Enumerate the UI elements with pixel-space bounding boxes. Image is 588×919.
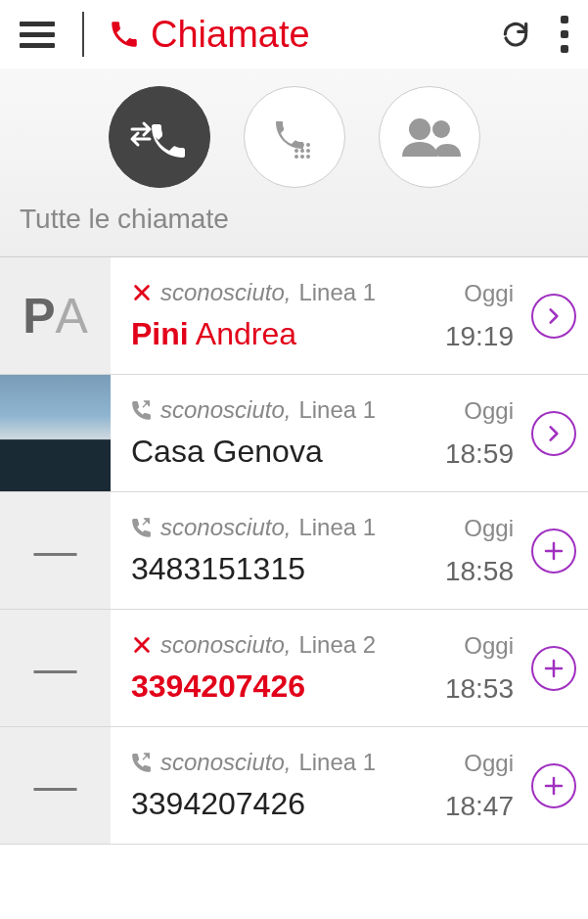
detail-button[interactable] — [531, 294, 576, 339]
caller-name: Pini Andrea — [131, 316, 422, 352]
calls-exchange-icon — [128, 110, 191, 164]
svg-point-8 — [306, 155, 310, 159]
add-contact-button[interactable] — [531, 528, 576, 574]
call-line: Linea 1 — [298, 279, 376, 306]
svg-point-1 — [300, 143, 304, 147]
add-contact-button[interactable] — [531, 763, 576, 808]
plus-icon — [542, 539, 565, 563]
contacts-icon — [396, 110, 463, 164]
call-day: Oggi — [464, 515, 514, 542]
plus-icon — [542, 657, 565, 680]
phone-icon — [108, 18, 141, 51]
call-provider: sconosciuto, — [160, 514, 291, 541]
add-contact-button[interactable] — [531, 646, 576, 691]
avatar-initials: PA — [0, 257, 113, 374]
call-day: Oggi — [464, 397, 514, 425]
caller-name: 3394207426 — [131, 786, 422, 822]
outgoing-call-icon — [131, 752, 153, 773]
tab-dialer[interactable] — [244, 86, 345, 188]
call-time: 18:53 — [445, 673, 514, 705]
call-row[interactable]: PA sconosciuto, Linea 1 Pini Andrea Oggi… — [0, 257, 588, 375]
menu-icon[interactable] — [20, 15, 59, 54]
call-provider: sconosciuto, — [160, 396, 291, 424]
plus-icon — [542, 774, 565, 798]
caller-name: 3394207426 — [131, 668, 422, 705]
call-time: 19:19 — [445, 321, 514, 352]
avatar-unknown: — — [0, 727, 113, 844]
svg-point-4 — [300, 149, 304, 153]
svg-point-0 — [294, 143, 298, 147]
detail-button[interactable] — [531, 411, 576, 456]
chevron-right-icon — [544, 424, 564, 443]
svg-point-3 — [294, 149, 298, 153]
chevron-right-icon — [544, 306, 564, 326]
call-line: Linea 1 — [298, 396, 376, 424]
avatar-unknown: — — [0, 610, 113, 726]
tab-contacts[interactable] — [379, 86, 480, 188]
missed-call-icon — [131, 282, 153, 303]
svg-point-10 — [432, 120, 450, 138]
caller-name: Casa Genova — [131, 434, 422, 470]
call-row[interactable]: sconosciuto, Linea 1 Casa Genova Oggi 18… — [0, 375, 588, 492]
call-row[interactable]: — sconosciuto, Linea 2 3394207426 Oggi 1… — [0, 610, 588, 727]
call-provider: sconosciuto, — [160, 279, 291, 306]
page-title: Chiamate — [151, 14, 500, 56]
call-time: 18:59 — [445, 438, 514, 470]
call-provider: sconosciuto, — [160, 749, 291, 776]
dialer-icon — [267, 110, 322, 164]
call-day: Oggi — [464, 750, 514, 777]
tab-label: Tutte le chiamate — [0, 204, 588, 235]
tab-all-calls[interactable] — [109, 86, 210, 188]
call-line: Linea 2 — [298, 631, 376, 659]
header-divider — [82, 12, 84, 57]
svg-point-6 — [294, 155, 298, 159]
outgoing-call-icon — [131, 399, 153, 421]
call-row[interactable]: — sconosciuto, Linea 1 3394207426 Oggi 1… — [0, 727, 588, 845]
call-line: Linea 1 — [298, 514, 376, 541]
call-day: Oggi — [464, 632, 514, 660]
caller-name: 3483151315 — [131, 551, 422, 587]
call-line: Linea 1 — [298, 749, 376, 776]
app-header: Chiamate — [0, 0, 588, 69]
call-row[interactable]: — sconosciuto, Linea 1 3483151315 Oggi 1… — [0, 492, 588, 610]
avatar-unknown: — — [0, 492, 113, 609]
svg-point-2 — [306, 143, 310, 147]
call-day: Oggi — [464, 280, 514, 307]
avatar-photo — [0, 375, 113, 491]
svg-point-7 — [300, 155, 304, 159]
svg-point-9 — [409, 118, 430, 140]
filter-tabs: Tutte le chiamate — [0, 69, 588, 257]
call-list: PA sconosciuto, Linea 1 Pini Andrea Oggi… — [0, 257, 588, 845]
svg-point-5 — [306, 149, 310, 153]
call-provider: sconosciuto, — [160, 631, 291, 659]
outgoing-call-icon — [131, 517, 153, 538]
more-icon[interactable] — [561, 16, 568, 53]
call-time: 18:58 — [445, 556, 514, 587]
refresh-icon[interactable] — [500, 19, 531, 50]
call-time: 18:47 — [445, 791, 514, 822]
missed-call-icon — [131, 634, 153, 656]
